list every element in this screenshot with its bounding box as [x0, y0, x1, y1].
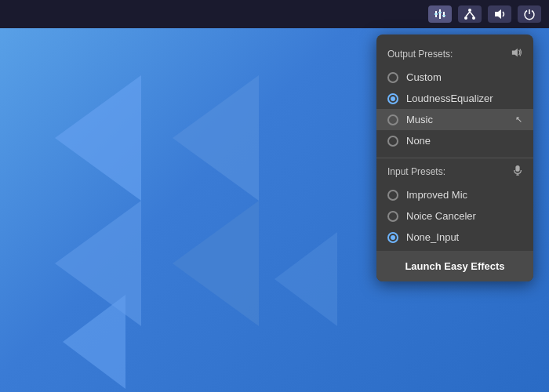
svg-rect-7: [439, 9, 441, 19]
input-preset-improved-mic[interactable]: Improved Mic: [376, 184, 533, 205]
mic-icon: [513, 165, 522, 178]
svg-marker-18: [512, 49, 518, 57]
svg-marker-17: [495, 9, 501, 19]
speaker-icon: [511, 47, 522, 60]
radio-none-output: [387, 136, 398, 147]
svg-rect-11: [442, 15, 445, 16]
svg-marker-5: [274, 232, 337, 326]
output-preset-music[interactable]: Music ↖: [376, 109, 533, 130]
radio-loudness: [387, 93, 398, 104]
svg-marker-3: [173, 201, 259, 326]
popup-menu: Output Presets: Custom LoudnessEqualizer…: [376, 34, 533, 281]
svg-rect-9: [434, 13, 438, 15]
svg-rect-10: [438, 12, 442, 13]
output-section-header: Output Presets:: [376, 47, 533, 67]
svg-line-16: [470, 12, 474, 16]
svg-marker-0: [55, 75, 141, 201]
svg-rect-19: [515, 165, 519, 172]
input-presets-label: Input Presets:: [387, 166, 445, 177]
svg-marker-4: [63, 295, 125, 389]
power-icon[interactable]: [518, 5, 541, 23]
svg-marker-2: [55, 201, 141, 326]
output-preset-none-label: None: [406, 135, 431, 147]
output-preset-custom[interactable]: Custom: [376, 67, 533, 88]
radio-none-input: [387, 232, 398, 243]
output-preset-loudness-label: LoudnessEqualizer: [406, 93, 493, 104]
topbar: [0, 0, 549, 28]
divider: [376, 158, 533, 158]
radio-noice-canceler: [387, 211, 398, 222]
input-preset-noice-canceler-label: Noice Canceler: [406, 210, 476, 222]
svg-point-14: [472, 16, 475, 20]
svg-point-13: [464, 16, 467, 20]
radio-music: [387, 114, 398, 125]
output-preset-custom-label: Custom: [406, 71, 442, 83]
output-preset-none[interactable]: None: [376, 130, 533, 151]
network-icon[interactable]: [458, 5, 482, 23]
cursor-indicator: ↖: [515, 114, 522, 125]
input-preset-noice-canceler[interactable]: Noice Canceler: [376, 205, 533, 227]
input-preset-none-input-label: None_Input: [406, 231, 459, 243]
equalizer-icon[interactable]: [428, 5, 452, 23]
svg-marker-1: [173, 75, 259, 201]
output-preset-music-label: Music: [406, 114, 433, 125]
radio-improved-mic: [387, 190, 398, 201]
launch-easy-effects-button[interactable]: Launch Easy Effects: [376, 251, 533, 281]
svg-point-12: [468, 9, 471, 12]
volume-icon[interactable]: [488, 5, 511, 23]
input-preset-improved-mic-label: Improved Mic: [406, 189, 467, 201]
radio-custom: [387, 72, 398, 83]
output-preset-loudness[interactable]: LoudnessEqualizer: [376, 88, 533, 109]
input-preset-none-input[interactable]: None_Input: [376, 227, 533, 248]
svg-line-15: [466, 12, 470, 16]
input-section-header: Input Presets:: [376, 165, 533, 184]
decorative-shapes: [0, 28, 361, 392]
output-presets-label: Output Presets:: [387, 49, 453, 60]
